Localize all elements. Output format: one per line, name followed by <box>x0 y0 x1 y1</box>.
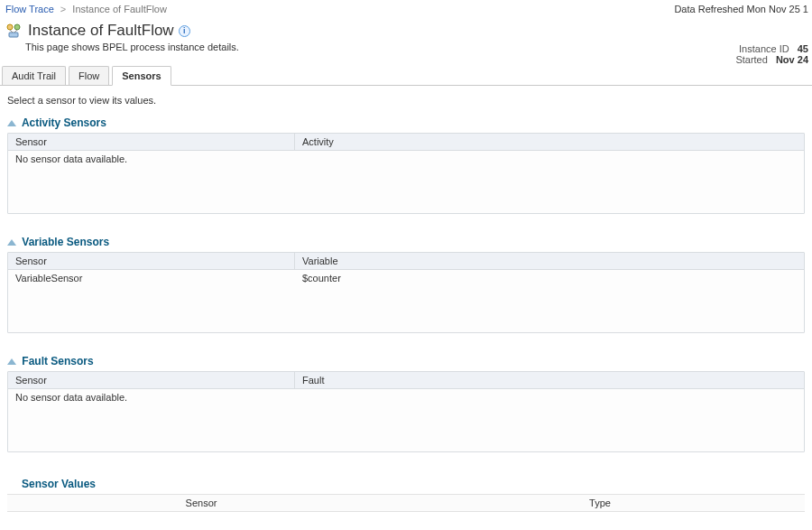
fault-col-sensor[interactable]: Sensor <box>8 372 295 388</box>
variable-sensors-grid: Sensor Variable VariableSensor $counter <box>7 252 805 333</box>
fault-sensors-grid: Sensor Fault No sensor data available. <box>7 371 805 452</box>
instance-id-value: 45 <box>798 43 808 54</box>
activity-sensors-grid: Sensor Activity No sensor data available… <box>7 133 805 214</box>
instance-meta: Instance ID 45 Started Nov 24 <box>735 43 808 65</box>
sensor-values-section: Sensor Values Sensor Type <box>7 472 805 512</box>
tab-flow[interactable]: Flow <box>69 66 109 85</box>
breadcrumb-current: Instance of FaultFlow <box>72 4 167 14</box>
started-label: Started <box>735 54 767 65</box>
tab-sensors[interactable]: Sensors <box>112 66 171 86</box>
variable-col-variable[interactable]: Variable <box>295 253 346 269</box>
disclosure-triangle-icon <box>7 358 16 365</box>
data-refreshed-label: Data Refreshed Mon Nov 25 1 <box>674 4 808 14</box>
variable-sensors-title: Variable Sensors <box>22 236 109 248</box>
fault-empty-text: No sensor data available. <box>8 389 804 405</box>
sensor-values-col-sensor[interactable]: Sensor <box>7 495 395 511</box>
fault-sensors-section: Fault Sensors Sensor Fault No sensor dat… <box>7 353 805 452</box>
sensors-hint: Select a sensor to view its values. <box>7 95 805 106</box>
activity-col-activity[interactable]: Activity <box>295 134 341 150</box>
fault-sensors-title: Fault Sensors <box>22 355 93 367</box>
table-row[interactable]: VariableSensor $counter <box>8 270 804 286</box>
instance-id-label: Instance ID <box>739 43 789 54</box>
fault-col-fault[interactable]: Fault <box>295 372 331 388</box>
page-subtitle: This page shows BPEL process instance de… <box>0 42 812 56</box>
sensor-values-grid-header: Sensor Type <box>7 494 805 512</box>
sensor-values-col-type[interactable]: Type <box>395 495 805 511</box>
activity-sensors-title: Activity Sensors <box>22 116 106 129</box>
page-title: Instance of FaultFlow <box>28 22 174 40</box>
variable-row-value: $counter <box>295 270 804 286</box>
disclosure-triangle-icon <box>7 120 16 126</box>
tab-bar: Audit Trail Flow Sensors <box>0 65 812 86</box>
breadcrumb-separator: > <box>60 4 66 14</box>
variable-sensors-header[interactable]: Variable Sensors <box>7 234 805 252</box>
fault-sensors-header[interactable]: Fault Sensors <box>7 353 805 371</box>
variable-row-sensor: VariableSensor <box>8 270 295 286</box>
variable-sensors-section: Variable Sensors Sensor Variable Variabl… <box>7 234 805 333</box>
info-icon[interactable]: i <box>179 25 190 37</box>
svg-rect-2 <box>9 33 18 37</box>
sensor-values-title: Sensor Values <box>7 472 805 494</box>
svg-point-1 <box>14 24 20 30</box>
variable-col-sensor[interactable]: Sensor <box>8 253 295 269</box>
svg-point-0 <box>7 24 13 30</box>
activity-sensors-section: Activity Sensors Sensor Activity No sens… <box>7 115 805 214</box>
disclosure-triangle-icon <box>7 239 16 246</box>
activity-sensors-header[interactable]: Activity Sensors <box>7 115 805 133</box>
tab-audit-trail[interactable]: Audit Trail <box>2 66 66 85</box>
flow-instance-icon <box>5 23 22 39</box>
activity-col-sensor[interactable]: Sensor <box>8 134 295 150</box>
activity-empty-text: No sensor data available. <box>8 151 804 167</box>
breadcrumb-root-link[interactable]: Flow Trace <box>5 4 54 14</box>
started-value: Nov 24 <box>776 54 808 65</box>
